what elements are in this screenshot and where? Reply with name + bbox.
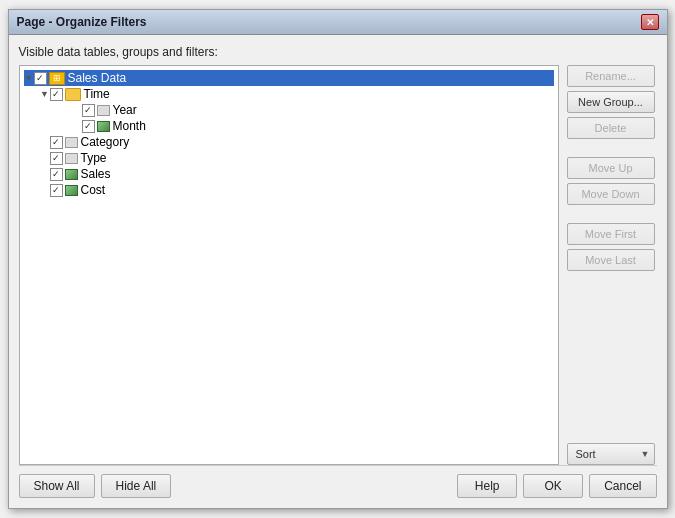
ok-button[interactable]: OK — [523, 474, 583, 498]
bottom-right-buttons: Help OK Cancel — [457, 474, 656, 498]
help-button[interactable]: Help — [457, 474, 517, 498]
field-icon-year — [97, 105, 110, 116]
checkbox-type[interactable] — [50, 152, 63, 165]
move-down-button[interactable]: Move Down — [567, 183, 655, 205]
label-sales: Sales — [81, 167, 111, 181]
tree-container[interactable]: ▼ Sales Data ▼ Time Year — [19, 65, 559, 465]
move-first-button[interactable]: Move First — [567, 223, 655, 245]
checkbox-year[interactable] — [82, 104, 95, 117]
expander-cost — [40, 185, 50, 195]
button-panel: Rename... New Group... Delete Move Up Mo… — [567, 65, 657, 465]
main-area: ▼ Sales Data ▼ Time Year — [19, 65, 657, 465]
sort-dropdown-icon: ▼ — [641, 449, 650, 459]
dialog-body: Visible data tables, groups and filters:… — [9, 35, 667, 508]
tree-item-cost[interactable]: Cost — [40, 182, 554, 198]
expander-month — [72, 121, 82, 131]
organize-filters-dialog: Page - Organize Filters ✕ Visible data t… — [8, 9, 668, 509]
table-icon-sales-data — [49, 72, 65, 85]
expander-category — [40, 137, 50, 147]
sort-label: Sort — [576, 448, 596, 460]
tree-item-month[interactable]: Month — [72, 118, 554, 134]
label-sales-data: Sales Data — [68, 71, 127, 85]
tree-item-type[interactable]: Type — [40, 150, 554, 166]
expander-year — [72, 105, 82, 115]
tree-item-category[interactable]: Category — [40, 134, 554, 150]
measure-icon-cost — [65, 185, 78, 196]
checkbox-month[interactable] — [82, 120, 95, 133]
sort-button[interactable]: Sort ▼ — [567, 443, 655, 465]
expander-sales-data[interactable]: ▼ — [24, 73, 34, 83]
move-up-button[interactable]: Move Up — [567, 157, 655, 179]
checkbox-sales-data[interactable] — [34, 72, 47, 85]
checkbox-sales[interactable] — [50, 168, 63, 181]
title-bar: Page - Organize Filters ✕ — [9, 10, 667, 35]
checkbox-category[interactable] — [50, 136, 63, 149]
show-all-button[interactable]: Show All — [19, 474, 95, 498]
folder-icon-time — [65, 88, 81, 101]
hide-all-button[interactable]: Hide All — [101, 474, 172, 498]
new-group-button[interactable]: New Group... — [567, 91, 655, 113]
tree-label: Visible data tables, groups and filters: — [19, 45, 657, 59]
label-month: Month — [113, 119, 146, 133]
tree-item-sales[interactable]: Sales — [40, 166, 554, 182]
tree-item-sales-data[interactable]: ▼ Sales Data — [24, 70, 554, 86]
bottom-buttons-area: Show All Hide All Help OK Cancel — [19, 465, 657, 498]
expander-sales — [40, 169, 50, 179]
tree-item-time[interactable]: ▼ Time — [40, 86, 554, 102]
measure-icon-sales — [65, 169, 78, 180]
bottom-left-buttons: Show All Hide All — [19, 474, 172, 498]
checkbox-time[interactable] — [50, 88, 63, 101]
checkbox-cost[interactable] — [50, 184, 63, 197]
dialog-title: Page - Organize Filters — [17, 15, 147, 29]
spacer-1 — [567, 143, 657, 153]
rename-button[interactable]: Rename... — [567, 65, 655, 87]
spacer-2 — [567, 209, 657, 219]
cancel-button[interactable]: Cancel — [589, 474, 656, 498]
label-time: Time — [84, 87, 110, 101]
field-icon-category — [65, 137, 78, 148]
label-type: Type — [81, 151, 107, 165]
tree-item-year[interactable]: Year — [72, 102, 554, 118]
close-button[interactable]: ✕ — [641, 14, 659, 30]
move-last-button[interactable]: Move Last — [567, 249, 655, 271]
label-cost: Cost — [81, 183, 106, 197]
label-category: Category — [81, 135, 130, 149]
expander-type — [40, 153, 50, 163]
label-year: Year — [113, 103, 137, 117]
field-icon-type — [65, 153, 78, 164]
flex-spacer — [567, 275, 657, 439]
expander-time[interactable]: ▼ — [40, 89, 50, 99]
delete-button[interactable]: Delete — [567, 117, 655, 139]
measure-icon-month — [97, 121, 110, 132]
